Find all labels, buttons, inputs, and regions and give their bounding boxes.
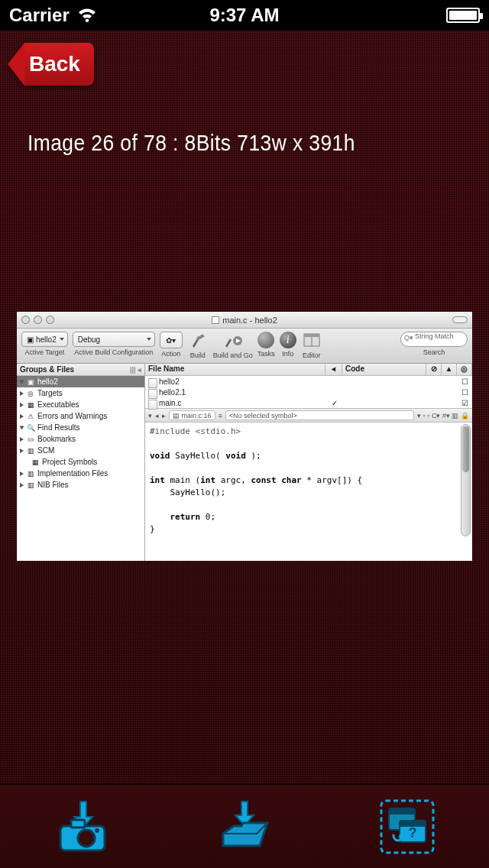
- wifi-icon: [77, 8, 97, 23]
- tree-row[interactable]: ▭Bookmarks: [17, 433, 144, 445]
- svg-point-8: [78, 830, 95, 847]
- embedded-screenshot: main.c - hello2 ▣ hello2 Active Target D…: [17, 312, 472, 561]
- action-button[interactable]: ✿▾: [160, 332, 183, 348]
- save-photo-button[interactable]: [47, 796, 116, 857]
- window-titlebar: main.c - hello2: [17, 312, 472, 329]
- info-button[interactable]: i: [280, 332, 296, 348]
- tree-row[interactable]: ▥Implementation Files: [17, 468, 144, 479]
- col-code[interactable]: Code: [342, 364, 426, 375]
- document-icon: [212, 316, 219, 324]
- tree-row[interactable]: ▦Project Symbols: [17, 456, 144, 468]
- build-config-combo[interactable]: Debug: [73, 332, 155, 347]
- svg-rect-12: [389, 808, 415, 815]
- svg-rect-0: [196, 334, 205, 340]
- save-file-button[interactable]: [210, 796, 279, 857]
- active-target-combo[interactable]: ▣ hello2: [21, 332, 68, 347]
- active-target-label: Active Target: [24, 348, 64, 356]
- file-row[interactable]: hello2☐: [145, 376, 472, 387]
- folder-icon: ▥: [26, 481, 35, 490]
- groups-tree[interactable]: ▣hello2 ◎Targets ▦Executables ⚠Errors an…: [17, 376, 144, 561]
- symbol-crumb[interactable]: <No selected symbol>: [225, 410, 414, 420]
- col-check[interactable]: ◂: [325, 364, 342, 375]
- back-button[interactable]: Back: [8, 43, 94, 86]
- code-editor[interactable]: #include <stdio.h> void SayHello( void )…: [145, 423, 472, 538]
- scm-icon: ▥: [26, 446, 35, 455]
- build-go-button[interactable]: [222, 332, 244, 350]
- warning-icon: ⚠: [26, 412, 35, 421]
- tree-row[interactable]: 🔍Find Results: [17, 422, 144, 433]
- build-config-label: Active Build Configuration: [74, 348, 153, 356]
- tree-row[interactable]: ⚠Errors and Warnings: [17, 410, 144, 422]
- symbols-icon: ▦: [31, 458, 40, 467]
- tasks-label: Tasks: [257, 350, 275, 358]
- target-icon: ◎: [26, 389, 35, 398]
- window-title: main.c - hello2: [17, 316, 472, 325]
- col-error-icon[interactable]: ⊘: [426, 364, 442, 375]
- editor-button[interactable]: [301, 332, 322, 350]
- col-warn-icon[interactable]: ▲: [442, 364, 457, 375]
- build-label: Build: [190, 351, 206, 359]
- build-go-label: Build and Go: [213, 351, 253, 359]
- file-row[interactable]: main.c✓☑: [145, 397, 472, 408]
- bottom-toolbar: ?: [0, 784, 489, 868]
- sidebar-header: Groups & Files||| ◂: [17, 364, 144, 376]
- file-crumb[interactable]: ▤ main.c:16: [169, 410, 215, 420]
- image-caption: Image 26 of 78 : 8Bits 713w x 391h: [28, 130, 355, 156]
- search-label: Search: [423, 348, 445, 356]
- svg-rect-7: [71, 820, 85, 828]
- back-label: Back: [24, 43, 94, 86]
- action-label: Action: [161, 350, 180, 358]
- build-button[interactable]: [187, 332, 209, 350]
- tree-row[interactable]: ▥SCM: [17, 445, 144, 456]
- toolbar: ▣ hello2 Active Target Debug Active Buil…: [17, 329, 472, 364]
- file-list[interactable]: hello2☐ hello2.1☐ main.c✓☑: [145, 376, 472, 409]
- carrier-label: Carrier: [9, 5, 70, 26]
- file-columns: File Name ◂ Code ⊘ ▲ ◎: [145, 364, 472, 376]
- folder-icon: ▥: [26, 469, 35, 478]
- search-field[interactable]: String Match: [400, 332, 468, 347]
- svg-point-9: [95, 828, 99, 833]
- col-filename[interactable]: File Name: [145, 364, 325, 375]
- search-icon: 🔍: [26, 423, 35, 432]
- status-bar: Carrier 9:37 AM: [0, 0, 489, 31]
- tasks-button[interactable]: [257, 332, 274, 348]
- info-label: Info: [282, 350, 293, 358]
- file-row[interactable]: hello2.1☐: [145, 387, 472, 397]
- sidebar: Groups & Files||| ◂ ▣hello2 ◎Targets ▦Ex…: [17, 364, 145, 561]
- cache-button[interactable]: ?: [373, 796, 442, 857]
- chevron-left-icon: [8, 43, 24, 86]
- col-target-icon[interactable]: ◎: [457, 364, 472, 375]
- svg-rect-4: [304, 334, 319, 337]
- project-icon: ▣: [26, 377, 35, 387]
- toolbar-toggle-icon: [452, 316, 468, 323]
- clock: 9:37 AM: [166, 5, 322, 26]
- bookmark-icon: ▭: [26, 435, 35, 444]
- editor-navbar[interactable]: ▾◂▸ ▤ main.c:16 ≡ <No selected symbol> ▾…: [145, 409, 472, 423]
- tree-row[interactable]: ▣hello2: [17, 376, 144, 387]
- tree-row[interactable]: ▦Executables: [17, 399, 144, 410]
- executable-icon: ▦: [26, 400, 35, 410]
- svg-text:?: ?: [409, 825, 417, 840]
- gear-icon: ✿▾: [166, 336, 176, 345]
- battery-icon: [446, 8, 480, 23]
- editor-label: Editor: [303, 351, 321, 359]
- tree-row[interactable]: ◎Targets: [17, 387, 144, 399]
- scrollbar[interactable]: [461, 424, 471, 536]
- tree-row[interactable]: ▥NIB Files: [17, 479, 144, 491]
